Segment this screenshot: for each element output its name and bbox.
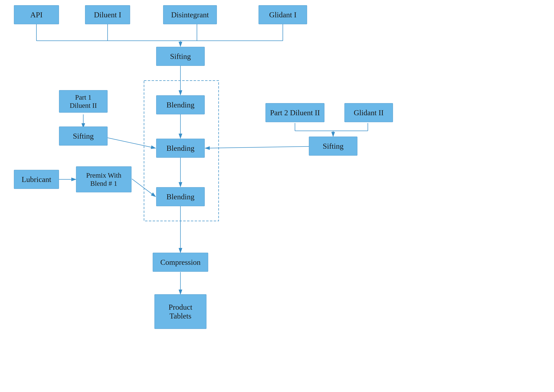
box-product-tablets: ProductTablets [154, 294, 207, 329]
box-compression: Compression [153, 253, 208, 272]
box-premix: Premix WithBlend # 1 [76, 166, 131, 192]
box-blending3: Blending [156, 187, 205, 206]
box-sifting2: Sifting [59, 126, 108, 146]
svg-line-11 [108, 138, 156, 148]
box-sifting1: Sifting [156, 47, 205, 66]
box-part1-diluent: Part 1Diluent II [59, 90, 108, 113]
box-disintegrant: Disintegrant [163, 5, 217, 24]
box-part2-diluent: Part 2 Diluent II [266, 103, 324, 122]
box-blending2: Blending [156, 139, 205, 158]
box-glidant2: Glidant II [344, 103, 393, 122]
box-diluent1: Diluent I [85, 5, 130, 24]
box-glidant1: Glidant I [259, 5, 307, 24]
box-blending1: Blending [156, 95, 205, 114]
flow-diagram [0, 0, 554, 392]
box-api: API [14, 5, 59, 24]
box-sifting3: Sifting [309, 137, 357, 156]
box-lubricant: Lubricant [14, 170, 59, 189]
svg-line-16 [205, 147, 309, 148]
